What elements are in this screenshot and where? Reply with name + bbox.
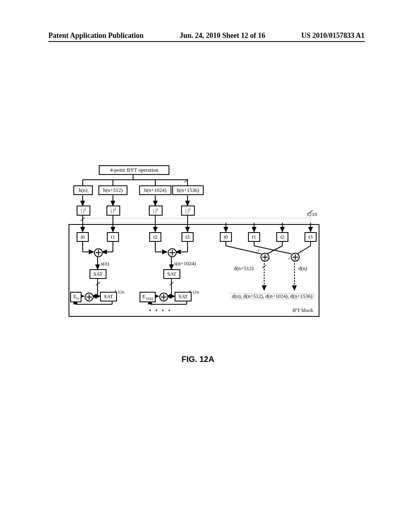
- minus-sign-2: -: [300, 247, 301, 254]
- t2-left: t2: [149, 232, 161, 242]
- label-dn512: d(n+512): [234, 265, 254, 272]
- t3-right: t3: [305, 232, 317, 242]
- h-n1024-block: h(n+1024): [139, 185, 171, 195]
- plus-sign-1: +: [257, 247, 260, 254]
- figure-caption: FIG. 12A: [181, 355, 214, 364]
- header-center: Jun. 24, 2010 Sheet 12 of 16: [179, 31, 265, 40]
- t1-left: t1: [107, 232, 119, 242]
- t0-left: t0: [77, 232, 89, 242]
- sat-3: SAT: [100, 292, 117, 301]
- ift-block-label: IFT block: [292, 307, 313, 314]
- magsq-1: | |2: [106, 206, 120, 216]
- d-list-label: d(n), d(n+512), d(n+1024), d(n+1536): [232, 293, 313, 299]
- ref-1210: 1210: [307, 211, 317, 218]
- t1-right: t1: [248, 232, 260, 242]
- ref-12u-a: 12u: [118, 289, 125, 294]
- h-n-block: h(n): [73, 185, 93, 195]
- t0-right: t0: [220, 232, 232, 242]
- adder-e1024: [159, 293, 168, 301]
- label-sn1024: s(n+1024): [174, 260, 196, 267]
- page-header: Patent Application Publication Jun. 24, …: [0, 31, 413, 40]
- diagram-figure-12a: 4-point IFFT operation h(n) h(n+512) h(n…: [69, 165, 319, 339]
- sat-1: SAT: [90, 269, 106, 279]
- h-n1536-block: h(n+1536): [172, 185, 204, 195]
- sat-4: SAT: [175, 292, 192, 301]
- t3-left: t3: [181, 232, 194, 242]
- minus-sign-1: -: [269, 256, 270, 262]
- magsq-2: | |2: [149, 206, 163, 216]
- ellipsis: • • • •: [149, 307, 172, 314]
- e1024-reg: E1024: [140, 292, 156, 302]
- adder-e0: [85, 293, 94, 301]
- ifft-block: 4-point IFFT operation: [99, 165, 169, 175]
- adder-dn512: [261, 253, 269, 262]
- ref-12u-b: 12u: [192, 289, 199, 294]
- adder-sn1024: [168, 248, 177, 257]
- e0-reg: E0: [70, 292, 81, 302]
- header-rule: [48, 41, 365, 42]
- adder-sn: [94, 248, 103, 257]
- t2-right: t2: [276, 232, 288, 242]
- h-n512-block: h(n+512): [98, 185, 127, 195]
- sat-2: SAT: [163, 269, 180, 279]
- label-sn: s(n): [101, 260, 109, 267]
- magsq-0: | |2: [77, 206, 90, 216]
- label-dn: d(n): [298, 265, 307, 272]
- header-left: Patent Application Publication: [48, 31, 144, 40]
- magsq-3: | |2: [181, 206, 195, 216]
- adder-dn: [291, 253, 300, 262]
- plus-sign-2: +: [288, 256, 290, 262]
- header-right: US 2010/0157833 A1: [301, 31, 365, 40]
